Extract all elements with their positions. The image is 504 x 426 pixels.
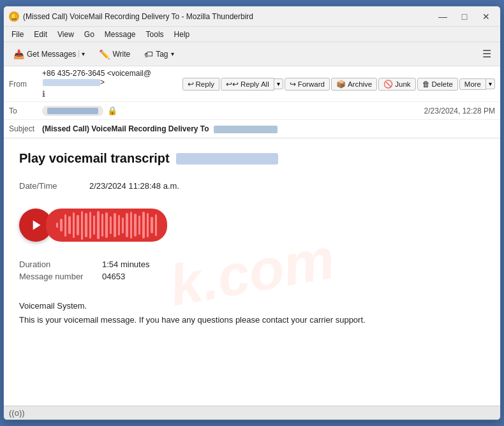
waveform-bar (142, 212, 144, 239)
waveform (46, 209, 167, 242)
waveform-bar (130, 212, 132, 239)
reply-all-dropdown[interactable]: ▾ (274, 78, 283, 89)
contact-info-icon[interactable]: ℹ (42, 89, 45, 99)
more-button[interactable]: More (459, 78, 486, 90)
waveform-bar (151, 217, 152, 233)
menu-bar: File Edit View Go Message Tools Help (4, 27, 500, 42)
waveform-bar (114, 213, 115, 237)
waveform-bar (122, 217, 124, 233)
footer-text: Voicemail System. This is your voicemail… (19, 299, 485, 327)
to-address (42, 106, 103, 116)
email-headers: From +86 435-276-3645 <voicemail@> ℹ ↩ R… (4, 66, 500, 138)
close-button[interactable]: ✕ (477, 10, 495, 24)
menu-view[interactable]: View (52, 29, 79, 40)
footer-line1: Voicemail System. (19, 299, 485, 313)
from-address: +86 435-276-3645 <voicemail@> (42, 69, 182, 87)
duration-row: Duration 1:54 minutes (19, 260, 485, 269)
menu-message[interactable]: Message (100, 29, 141, 40)
reply-all-group: ↩↩ Reply All ▾ (221, 78, 283, 91)
delete-icon: 🗑 (422, 80, 430, 89)
forward-icon: ↪ (290, 80, 296, 89)
toolbar: 📥 Get Messages ▾ ✏️ Write 🏷 Tag ▾ ☰ (4, 42, 500, 66)
reply-icon: ↩ (188, 80, 194, 89)
waveform-bar (138, 216, 140, 235)
waveform-bar (134, 214, 136, 237)
from-content: +86 435-276-3645 <voicemail@> ℹ (42, 69, 182, 99)
from-row: From +86 435-276-3645 <voicemail@> ℹ ↩ R… (4, 66, 500, 102)
window-controls: — □ ✕ (434, 10, 495, 24)
audio-player (19, 209, 485, 242)
reply-all-icon: ↩↩ (226, 80, 239, 89)
menu-edit[interactable]: Edit (29, 29, 52, 40)
window-title: (Missed Call) VoiceMail Recording Delive… (23, 12, 434, 21)
dropdown-arrow-icon[interactable]: ▾ (78, 50, 85, 57)
subject-text: (Missed Call) VoiceMail Recording Delive… (42, 124, 278, 133)
header-action-buttons: ↩ Reply ↩↩ Reply All ▾ ↪ Forward 📦 (182, 78, 495, 91)
menu-file[interactable]: File (6, 29, 29, 40)
menu-tools[interactable]: Tools (141, 29, 169, 40)
waveform-bar (110, 216, 112, 234)
duration-value: 1:54 minutes (102, 260, 149, 269)
waveform-bar (77, 215, 78, 235)
waveform-bar (60, 219, 62, 231)
play-icon (27, 217, 44, 233)
to-row: To 🔒 2/23/2024, 12:28 PM (4, 102, 500, 120)
waveform-bar (85, 213, 87, 237)
waveform-bar (73, 212, 75, 238)
menu-help[interactable]: Help (169, 29, 195, 40)
privacy-icon[interactable]: 🔒 (107, 106, 117, 115)
menu-go[interactable]: Go (79, 29, 100, 40)
waveform-bar (81, 211, 83, 240)
reply-button[interactable]: ↩ Reply (182, 78, 219, 91)
waveform-bar (155, 214, 157, 236)
waveform-bar (126, 213, 128, 237)
get-messages-button[interactable]: 📥 Get Messages ▾ (8, 47, 91, 62)
datetime-row: Date/Time 2/23/2024 11:28:48 a.m. (19, 181, 485, 191)
title-redacted (176, 153, 278, 165)
waveform-bar (97, 211, 99, 239)
maximize-button[interactable]: □ (456, 10, 473, 24)
archive-icon: 📦 (336, 80, 346, 89)
subject-label: Subject (9, 124, 42, 133)
tag-icon: 🏷 (144, 49, 153, 59)
status-icon: ((o)) (9, 408, 25, 418)
waveform-bar (101, 214, 103, 237)
datetime-value: 2/23/2024 11:28:48 a.m. (89, 181, 179, 191)
junk-button[interactable]: 🚫 Junk (378, 78, 415, 91)
detail-section: Duration 1:54 minutes Message number 046… (19, 260, 485, 281)
to-label: To (9, 106, 42, 115)
waveform-bar (93, 216, 95, 235)
waveform-bar (56, 223, 58, 228)
tag-dropdown-icon[interactable]: ▾ (171, 50, 174, 57)
tag-button[interactable]: 🏷 Tag ▾ (138, 47, 179, 62)
more-dropdown[interactable]: ▾ (486, 78, 495, 89)
email-play-title: Play voicemail transcript (19, 151, 485, 166)
get-messages-icon: 📥 (13, 49, 24, 59)
title-bar: 🔔 (Missed Call) VoiceMail Recording Deli… (4, 6, 500, 27)
write-button[interactable]: ✏️ Write (93, 47, 136, 62)
waveform-bar (68, 216, 70, 234)
message-number-label: Message number (19, 272, 102, 281)
duration-label: Duration (19, 260, 102, 269)
waveform-bar (118, 215, 120, 235)
minimize-button[interactable]: — (434, 10, 452, 24)
email-body-content: Play voicemail transcript Date/Time 2/23… (19, 151, 485, 327)
message-number-value: 04653 (102, 272, 125, 281)
waveform-bar (105, 212, 107, 238)
to-content: 🔒 (42, 106, 424, 116)
footer-line2: This is your voicemail message. If you h… (19, 313, 485, 327)
app-icon: 🔔 (9, 11, 19, 22)
waveform-bar (147, 213, 149, 237)
from-label: From (9, 80, 42, 89)
archive-button[interactable]: 📦 Archive (331, 78, 377, 91)
subject-row: Subject (Missed Call) VoiceMail Recordin… (4, 120, 500, 138)
waveform-bar (64, 214, 66, 237)
datetime-label: Date/Time (19, 181, 89, 191)
message-number-row: Message number 04653 (19, 272, 485, 281)
hamburger-menu-button[interactable]: ☰ (477, 46, 496, 62)
email-timestamp: 2/23/2024, 12:28 PM (424, 106, 495, 115)
forward-button[interactable]: ↪ Forward (285, 78, 330, 91)
write-icon: ✏️ (99, 49, 110, 59)
reply-all-button[interactable]: ↩↩ Reply All (221, 78, 274, 91)
delete-button[interactable]: 🗑 Delete (417, 78, 458, 91)
